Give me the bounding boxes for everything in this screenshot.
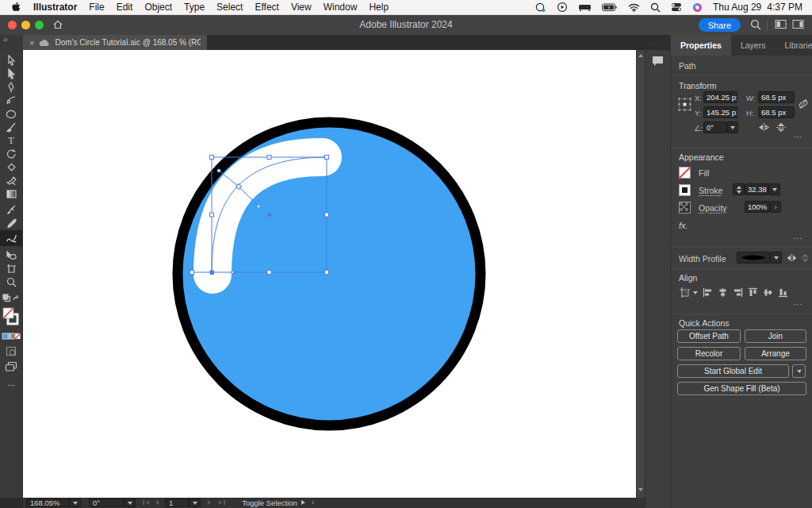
- artboard-canvas[interactable]: [23, 50, 636, 498]
- search-icon[interactable]: [650, 2, 661, 13]
- join-button[interactable]: Join: [745, 329, 806, 343]
- opacity-label[interactable]: Opacity: [699, 203, 727, 213]
- gradient-tool[interactable]: [0, 187, 22, 201]
- toolbar-grip[interactable]: ·····: [3, 43, 23, 50]
- align-bottom-icon[interactable]: [778, 287, 788, 298]
- direct-selection-tool[interactable]: [0, 67, 22, 80]
- scroll-up-icon[interactable]: [638, 54, 643, 57]
- align-vertical-center-icon[interactable]: [763, 287, 773, 298]
- align-horizontal-center-icon[interactable]: [718, 287, 728, 298]
- rotation-dropdown[interactable]: [727, 121, 738, 133]
- menu-help[interactable]: Help: [369, 2, 389, 13]
- opacity-swatch[interactable]: [679, 202, 691, 214]
- start-global-edit-options[interactable]: [792, 364, 806, 378]
- artboard-number[interactable]: 1: [165, 498, 189, 507]
- search-icon[interactable]: [750, 19, 761, 30]
- tab-properties[interactable]: Properties: [671, 35, 731, 56]
- curvature-tool[interactable]: [0, 94, 22, 107]
- previous-artboard-button[interactable]: [155, 500, 159, 505]
- menubar-time[interactable]: 4:37 PM: [767, 2, 802, 13]
- apple-icon[interactable]: [11, 2, 21, 13]
- wifi-icon[interactable]: [628, 3, 640, 12]
- edit-toolbar-more[interactable]: ...: [0, 375, 22, 389]
- y-input[interactable]: 145.25 px: [703, 106, 737, 118]
- reference-point-locator[interactable]: [677, 97, 692, 112]
- selection-mode-toggles[interactable]: [0, 291, 22, 305]
- offset-path-button[interactable]: Offset Path: [677, 329, 741, 343]
- fill-swatch[interactable]: [679, 167, 691, 179]
- control-center-icon[interactable]: [671, 2, 682, 12]
- vertical-scrollbar[interactable]: [636, 50, 645, 498]
- play-circle-icon[interactable]: [557, 2, 568, 13]
- share-button[interactable]: Share: [699, 18, 741, 32]
- fill-stroke-indicator[interactable]: [0, 306, 22, 328]
- close-tab-icon[interactable]: ×: [29, 38, 34, 48]
- rotation-dropdown[interactable]: [124, 498, 136, 507]
- flip-vertical-icon[interactable]: [776, 122, 787, 133]
- fill-label[interactable]: Fill: [699, 168, 709, 178]
- collapse-toolbar-icon[interactable]: »: [3, 36, 23, 43]
- eyedropper-tool[interactable]: [0, 217, 22, 230]
- panel-layout-icon[interactable]: [792, 19, 804, 29]
- align-left-icon[interactable]: [703, 287, 713, 298]
- draw-mode-icon[interactable]: [0, 344, 22, 358]
- artboard-tool[interactable]: [0, 262, 22, 275]
- tab-libraries[interactable]: Libraries: [775, 35, 812, 56]
- arrange-button[interactable]: Arrange: [745, 347, 806, 360]
- menu-object[interactable]: Object: [144, 2, 172, 13]
- width-tool[interactable]: [0, 248, 22, 262]
- stroke-weight-dropdown[interactable]: [768, 183, 780, 195]
- status-display-label[interactable]: Toggle Selection: [198, 498, 341, 507]
- knife-tool[interactable]: [0, 203, 22, 217]
- type-tool[interactable]: T: [0, 133, 22, 147]
- smooth-tool[interactable]: [0, 230, 22, 246]
- stroke-weight-stepper[interactable]: [733, 183, 745, 195]
- opacity-input[interactable]: 100%: [745, 201, 770, 213]
- menu-illustrator[interactable]: Illustrator: [33, 2, 77, 13]
- scroll-down-icon[interactable]: [638, 488, 643, 491]
- menu-edit[interactable]: Edit: [117, 2, 133, 13]
- comments-panel-icon[interactable]: [651, 55, 665, 67]
- workspace-layout-icon[interactable]: [775, 19, 787, 29]
- menu-window[interactable]: Window: [324, 2, 358, 13]
- screen-mode-icon[interactable]: [0, 360, 22, 373]
- ellipse-tool[interactable]: [0, 107, 22, 121]
- profile-flip-across-icon[interactable]: [787, 253, 797, 263]
- profile-flip-along-icon[interactable]: [800, 253, 810, 263]
- menu-effect[interactable]: Effect: [255, 2, 278, 13]
- transform-more-options[interactable]: ...: [794, 130, 802, 139]
- document-tab[interactable]: × Dom's Circle Tutorial.aic @ 168.05 % (…: [23, 35, 207, 50]
- constrain-proportions-icon[interactable]: [798, 98, 809, 110]
- menu-type[interactable]: Type: [184, 2, 205, 13]
- dock-grip[interactable]: ·····: [650, 40, 666, 44]
- first-artboard-button[interactable]: [143, 500, 149, 505]
- shape-builder-tool[interactable]: [0, 174, 22, 187]
- status-play-icon[interactable]: [301, 500, 305, 505]
- battery-icon[interactable]: [602, 3, 618, 12]
- menu-view[interactable]: View: [291, 2, 312, 13]
- align-top-icon[interactable]: [748, 287, 758, 298]
- screen-recording-icon[interactable]: [534, 2, 546, 13]
- x-input[interactable]: 204.25 px: [703, 91, 737, 103]
- zoom-tool[interactable]: [0, 275, 22, 289]
- color-swatch-row[interactable]: [0, 329, 22, 343]
- effects-fx-button[interactable]: fx.: [679, 221, 688, 230]
- menu-select[interactable]: Select: [216, 2, 243, 13]
- width-profile-dropdown[interactable]: [737, 252, 770, 264]
- toolbar-header[interactable]: » ·····: [0, 35, 23, 50]
- menubar-date[interactable]: Thu Aug 29: [713, 2, 761, 13]
- recolor-button[interactable]: Recolor: [677, 347, 741, 360]
- align-more-options[interactable]: ...: [794, 298, 802, 306]
- align-to-dropdown[interactable]: [679, 287, 698, 298]
- rotation-input[interactable]: 0°: [703, 121, 727, 133]
- stroke-swatch[interactable]: [679, 184, 691, 196]
- color-circle-icon[interactable]: [692, 2, 703, 13]
- selection-tool[interactable]: [0, 53, 22, 67]
- start-global-edit-button[interactable]: Start Global Edit: [677, 364, 789, 378]
- stroke-label[interactable]: Stroke: [699, 186, 722, 195]
- w-input[interactable]: 68.5 px: [758, 91, 795, 103]
- rotate-tool[interactable]: [0, 147, 22, 160]
- zoom-dropdown[interactable]: [69, 498, 81, 507]
- appearance-more-options[interactable]: ...: [794, 232, 802, 241]
- h-input[interactable]: 68.5 px: [758, 106, 795, 118]
